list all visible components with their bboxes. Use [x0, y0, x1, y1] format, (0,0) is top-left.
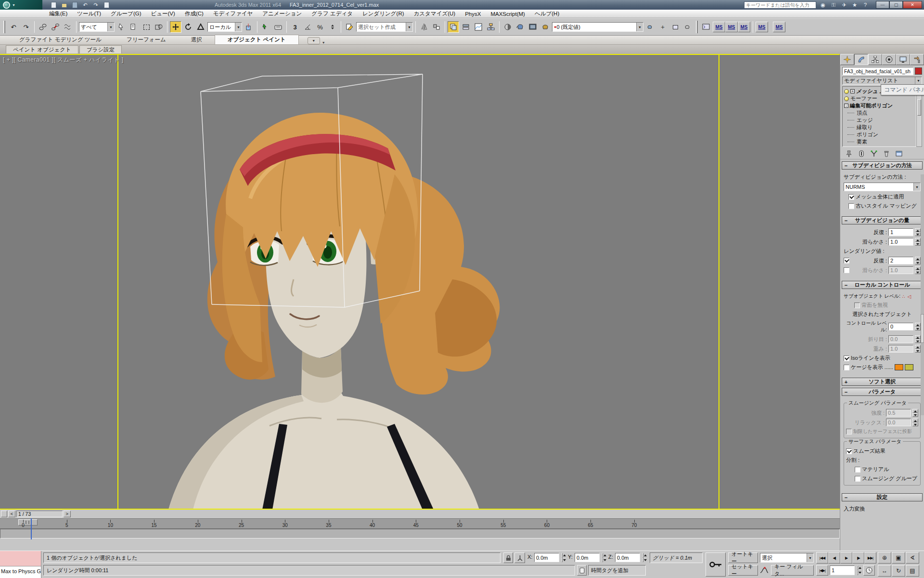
layer-manager-icon[interactable]: [448, 21, 459, 33]
crease-spinner[interactable]: [915, 335, 921, 343]
show-end-result-icon[interactable]: [857, 149, 866, 158]
search-input[interactable]: [744, 1, 816, 9]
macro-recorder-pane[interactable]: [0, 551, 41, 566]
maxscript-macro-button[interactable]: MS: [756, 22, 768, 32]
schematic-view-icon[interactable]: [485, 21, 497, 33]
restore-button[interactable]: ▢: [889, 1, 903, 9]
menu-item[interactable]: グループ(G): [106, 10, 146, 17]
rollout-header[interactable]: − 設定: [842, 493, 923, 501]
go-to-start-button[interactable]: |◀◀: [816, 552, 828, 564]
go-to-end-button[interactable]: ▶▶|: [864, 552, 876, 564]
modifier-list-dropdown[interactable]: モディファイヤリスト ▼: [842, 77, 922, 85]
previous-frame-button[interactable]: ◀|: [828, 552, 840, 564]
rollout-header[interactable]: − サブディビジョンの量: [842, 216, 923, 224]
toolbar-grip[interactable]: [3, 21, 5, 33]
project-folder-button[interactable]: [102, 1, 111, 9]
modifier-onoff-bulb-icon[interactable]: [844, 96, 849, 101]
strength-spinner[interactable]: [912, 409, 918, 417]
menu-item[interactable]: ビュー(V): [146, 10, 180, 17]
modifier-stack-item[interactable]: モーファー: [843, 95, 916, 102]
expand-collapse-icon[interactable]: +: [850, 89, 855, 93]
maxscript-macro-button[interactable]: MS: [725, 22, 738, 32]
ignore-backfacing-checkbox[interactable]: [854, 302, 860, 308]
object-color-swatch[interactable]: [915, 67, 922, 75]
reference-coordinate-dropdown[interactable]: ローカル▼: [207, 22, 242, 32]
weight-field[interactable]: 1.0: [888, 345, 913, 353]
rendered-frame-window-icon[interactable]: [527, 21, 539, 33]
relax-spinner[interactable]: [912, 419, 918, 426]
maxscript-macro-button[interactable]: MS: [773, 22, 785, 32]
pan-icon[interactable]: ↔: [878, 565, 891, 577]
tab-graphite-modeling-tools[interactable]: グラファイト モデリング ツール: [7, 35, 114, 44]
search-icon[interactable]: ◉: [819, 2, 827, 8]
rollout-header[interactable]: − ローカル コントロール: [842, 281, 923, 289]
mirror-icon[interactable]: [418, 21, 430, 33]
motion-tab[interactable]: [882, 54, 896, 65]
redo-button[interactable]: ↷: [91, 1, 100, 9]
control-level-spinner[interactable]: [915, 323, 921, 330]
selection-lock-toggle[interactable]: [503, 552, 513, 563]
strength-field[interactable]: 0.5: [886, 409, 911, 417]
subdivision-method-dropdown[interactable]: NURMS ▼: [844, 183, 921, 191]
vertex-subobject-icon[interactable]: ∴: [902, 294, 906, 299]
new-scene-button[interactable]: [49, 1, 58, 9]
render-iterations-field[interactable]: 2: [888, 257, 913, 264]
iso-lines-checkbox[interactable]: [844, 355, 849, 361]
z-spinner[interactable]: [640, 553, 646, 562]
current-frame-field[interactable]: 1: [830, 565, 855, 575]
edit-named-selection-sets-icon[interactable]: [344, 21, 355, 33]
viewport-label[interactable]: [ + ][ Camera001 ][ スムーズ + ハイライト ]: [3, 56, 124, 64]
maxscript-mini-listener[interactable]: Max to Physcs G: [0, 551, 41, 578]
curve-editor-icon[interactable]: [473, 21, 484, 33]
rollout-header[interactable]: + ソフト選択: [842, 378, 923, 386]
time-slider-handle[interactable]: [18, 519, 38, 525]
select-and-link-icon[interactable]: [37, 21, 49, 33]
zoom-icon[interactable]: ⊕: [878, 552, 891, 564]
render-preset-dropdown[interactable]: ●0 (既定値)▼: [552, 22, 643, 32]
application-menu-button[interactable]: ▼: [0, 0, 42, 10]
hierarchy-tab[interactable]: [868, 54, 882, 65]
smoothness-field[interactable]: 1.0: [888, 238, 913, 246]
expand-collapse-icon[interactable]: -: [844, 104, 848, 108]
camera-viewport[interactable]: [ + ][ Camera001 ][ スムーズ + ハイライト ]: [0, 54, 840, 510]
modifier-stack-item[interactable]: 頂点: [843, 109, 916, 117]
maxscript-toolbar-icon[interactable]: [700, 21, 712, 33]
select-and-scale-icon[interactable]: [195, 21, 206, 33]
menu-item[interactable]: ヘルプ(H): [530, 10, 564, 17]
absolute-offset-toggle[interactable]: [514, 552, 525, 563]
selection-set-dropdown[interactable]: 選択▼: [760, 553, 814, 563]
redo-icon[interactable]: ↷: [20, 21, 32, 33]
save-file-button[interactable]: [70, 1, 79, 9]
chevron-down-icon[interactable]: ▼: [322, 41, 325, 44]
make-unique-icon[interactable]: [869, 149, 879, 158]
tab-object-paint[interactable]: オブジェクト ペイント: [215, 35, 299, 44]
z-coordinate-field[interactable]: 0.0m: [615, 553, 640, 562]
window-crossing-icon[interactable]: [153, 21, 165, 33]
menu-item[interactable]: モディファイヤ: [208, 10, 257, 17]
render-add-icon[interactable]: ＋: [657, 21, 668, 33]
render-region-icon[interactable]: [669, 21, 681, 33]
menu-item[interactable]: カスタマイズ(U): [409, 10, 461, 17]
render-production-icon[interactable]: [539, 21, 551, 33]
named-selection-sets-dropdown[interactable]: 選択セット作成▼: [356, 22, 413, 32]
old-style-mapping-checkbox[interactable]: [848, 203, 854, 209]
relax-field[interactable]: 0.0: [886, 419, 911, 426]
crease-field[interactable]: 0.0: [888, 335, 913, 343]
percent-snap-icon[interactable]: %: [314, 21, 326, 33]
control-level-field[interactable]: 0: [888, 323, 913, 330]
set-keys-button[interactable]: [706, 552, 726, 577]
snaps-toggle-3d-icon[interactable]: 3: [289, 21, 301, 33]
unlink-selection-icon[interactable]: [50, 21, 61, 33]
angle-snap-icon[interactable]: [302, 21, 313, 33]
display-tab[interactable]: [896, 54, 910, 65]
maxscript-macro-button[interactable]: MS: [738, 22, 750, 32]
render-last-icon[interactable]: [682, 21, 693, 33]
set-key-mode-button[interactable]: セットキー: [728, 565, 758, 576]
time-ruler[interactable]: 0510152025303540455055606570: [0, 518, 840, 529]
rollout-header[interactable]: − サブディビジョンの方法: [842, 161, 923, 170]
orbit-icon[interactable]: ↻: [892, 565, 905, 577]
separate-by-material-checkbox[interactable]: [855, 467, 860, 473]
zoom-extents-icon[interactable]: ▣: [892, 552, 905, 564]
render-setup-icon[interactable]: [514, 21, 526, 33]
frame-spinner[interactable]: [855, 565, 860, 575]
